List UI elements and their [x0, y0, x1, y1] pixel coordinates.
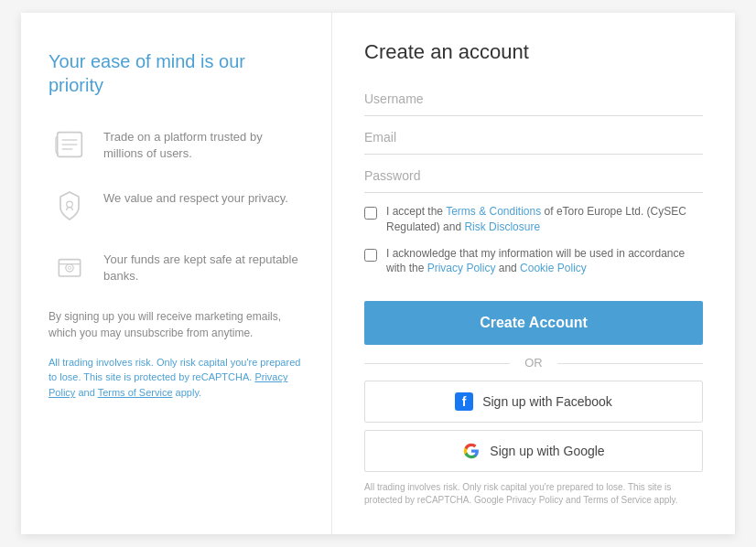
marketing-text: By signing up you will receive marketing… [49, 308, 304, 341]
google-signup-button[interactable]: Sign up with Google [364, 430, 703, 472]
email-input[interactable] [364, 121, 703, 155]
privacy-checkbox[interactable] [364, 249, 377, 262]
cookie-policy-link[interactable]: Cookie Policy [520, 262, 587, 274]
feature-funds: Your funds are kept safe at reputable ba… [49, 247, 304, 288]
google-btn-label: Sign up with Google [490, 444, 604, 458]
privacy-icon [49, 186, 90, 227]
privacy-policy-link[interactable]: Privacy Policy [427, 262, 496, 274]
terms-conditions-link[interactable]: Terms & Conditions [446, 205, 541, 218]
svg-point-6 [65, 264, 72, 272]
left-heading: Your ease of mind is our priority [49, 49, 304, 97]
risk-apply: apply. [176, 387, 202, 398]
funds-icon [49, 247, 90, 288]
password-group [364, 159, 703, 193]
terms-checkbox[interactable] [364, 207, 377, 220]
feature-privacy-text: We value and respect your privacy. [103, 186, 288, 207]
platform-icon [49, 124, 90, 166]
svg-point-4 [66, 201, 72, 208]
risk-and: and [78, 387, 94, 398]
privacy-label: I acknowledge that my information will b… [386, 246, 703, 277]
facebook-icon: f [455, 392, 473, 411]
terms-checkbox-group: I accept the Terms & Conditions of eToro… [364, 204, 703, 235]
or-divider: OR [364, 356, 703, 370]
terms-label: I accept the Terms & Conditions of eToro… [386, 204, 703, 235]
facebook-btn-label: Sign up with Facebook [482, 394, 612, 409]
risk-text: All trading involves risk. Only risk cap… [49, 355, 304, 401]
feature-privacy: We value and respect your privacy. [49, 186, 304, 227]
svg-point-7 [68, 267, 70, 270]
form-heading: Create an account [364, 40, 703, 64]
email-group [364, 121, 703, 155]
feature-funds-text: Your funds are kept safe at reputable ba… [103, 247, 304, 284]
feature-platform-text: Trade on a platform trusted by millions … [103, 124, 304, 162]
risk-recaptcha: This site is protected by reCAPTCHA. [83, 371, 252, 382]
password-input[interactable] [364, 159, 703, 193]
risk-disclosure-link[interactable]: Risk Disclosure [464, 220, 540, 233]
username-input[interactable] [364, 82, 703, 116]
risk-tos-link[interactable]: Terms of Service [98, 387, 173, 398]
privacy-checkbox-group: I acknowledge that my information will b… [364, 246, 703, 277]
feature-platform: Trade on a platform trusted by millions … [49, 124, 304, 166]
svg-rect-5 [59, 260, 80, 276]
left-panel: Your ease of mind is our priority Trade … [21, 13, 332, 534]
facebook-signup-button[interactable]: f Sign up with Facebook [364, 381, 703, 423]
username-group [364, 82, 703, 116]
create-account-button[interactable]: Create Account [364, 301, 703, 345]
google-icon [462, 442, 481, 460]
bottom-risk-text: All trading involves risk. Only risk cap… [364, 481, 703, 507]
right-panel: Create an account I accept the Terms & C… [332, 13, 735, 534]
